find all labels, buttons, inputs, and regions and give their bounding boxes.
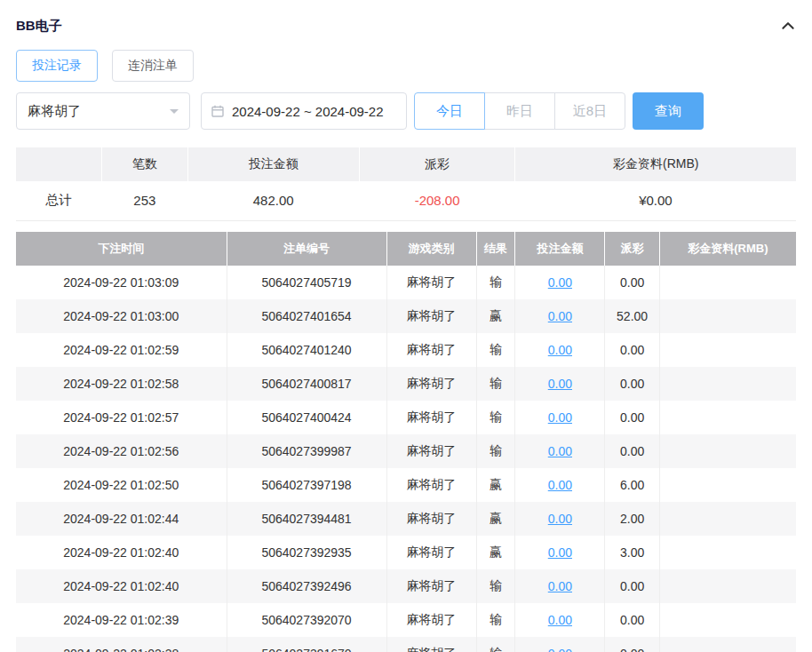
table-row: 2024-09-22 01:02:405064027392496麻将胡了输0.0… [16,569,796,603]
bet-amount-link[interactable]: 0.00 [548,444,572,458]
calendar-icon [211,104,225,118]
summary-payout: -208.00 [359,181,515,220]
search-button[interactable]: 查询 [633,92,704,130]
table-header-cell: 结果 [476,232,515,266]
table-header-cell: 彩金资料(RMB) [659,232,796,266]
game-type-value: 麻将胡了 [28,103,81,120]
tab-bet-records[interactable]: 投注记录 [16,50,98,82]
bonus-cell [659,502,796,536]
payout-cell: 0.00 [605,401,659,434]
chevron-up-icon[interactable] [780,18,796,34]
panel-header: BB电子 [16,12,796,39]
bet-amount-cell: 0.00 [515,434,605,468]
summary-table: 笔数投注金额派彩彩金资料(RMB) 总计 253 482.00 -208.00 … [16,147,796,221]
game-type-cell: 麻将胡了 [386,333,476,367]
bonus-cell [659,434,796,468]
summary-header-cell [16,147,102,181]
bet-amount-cell: 0.00 [515,637,605,652]
bet-amount-link[interactable]: 0.00 [548,309,572,323]
table-row: 2024-09-22 01:02:445064027394481麻将胡了赢0.0… [16,502,796,536]
table-row: 2024-09-22 01:02:585064027400817麻将胡了输0.0… [16,367,796,401]
bet-records-panel: BB电子 投注记录连消注单 麻将胡了 2024-09-22 ~ 2024-09-… [0,0,812,652]
quick-button-last-8-days[interactable]: 近8日 [554,92,625,130]
game-type-cell: 麻将胡了 [386,502,476,536]
bet-amount-cell: 0.00 [515,468,605,502]
bet-time-cell: 2024-09-22 01:03:00 [16,299,227,333]
order-id-cell: 5064027401240 [227,333,386,367]
order-id-cell: 5064027400424 [227,401,386,434]
bet-amount-link[interactable]: 0.00 [548,613,572,627]
payout-cell: 3.00 [605,536,659,569]
quick-button-yesterday[interactable]: 昨日 [484,92,555,130]
table-header-row: 下注时间注单编号游戏类别结果投注金额派彩彩金资料(RMB) [16,232,796,266]
bet-time-cell: 2024-09-22 01:02:44 [16,502,227,536]
bet-amount-cell: 0.00 [515,333,605,367]
summary-total-row: 总计 253 482.00 -208.00 ¥0.00 [16,181,796,220]
bet-amount-link[interactable]: 0.00 [548,343,572,357]
bet-time-cell: 2024-09-22 01:02:38 [16,637,227,652]
table-row: 2024-09-22 01:02:395064027392070麻将胡了输0.0… [16,603,796,637]
bonus-cell [659,569,796,603]
order-id-cell: 5064027397198 [227,468,386,502]
bet-time-cell: 2024-09-22 01:02:58 [16,367,227,401]
payout-cell: 52.00 [605,299,659,333]
date-range-input[interactable]: 2024-09-22 ~ 2024-09-22 [201,92,407,130]
summary-header-cell: 彩金资料(RMB) [515,147,796,181]
game-type-select[interactable]: 麻将胡了 [16,92,190,130]
order-id-cell: 5064027405719 [227,266,386,299]
game-type-cell: 麻将胡了 [386,266,476,299]
table-row: 2024-09-22 01:02:575064027400424麻将胡了输0.0… [16,401,796,434]
bet-amount-link[interactable]: 0.00 [548,275,572,290]
result-cell: 赢 [476,536,515,569]
table-row: 2024-09-22 01:03:095064027405719麻将胡了输0.0… [16,266,796,299]
table-header-cell: 游戏类别 [386,232,476,266]
summary-header-cell: 笔数 [102,147,188,181]
bet-amount-link[interactable]: 0.00 [548,512,572,526]
bet-time-cell: 2024-09-22 01:02:56 [16,434,227,468]
result-cell: 输 [476,401,515,434]
bet-time-cell: 2024-09-22 01:02:59 [16,333,227,367]
bet-amount-link[interactable]: 0.00 [548,579,572,593]
bonus-cell [659,637,796,652]
bonus-cell [659,468,796,502]
bet-amount-link[interactable]: 0.00 [548,410,572,425]
order-id-cell: 5064027392496 [227,569,386,603]
bet-amount-link[interactable]: 0.00 [548,377,572,391]
table-row: 2024-09-22 01:02:565064027399987麻将胡了输0.0… [16,434,796,468]
bet-amount-link[interactable]: 0.00 [548,478,572,492]
result-cell: 赢 [476,502,515,536]
table-header-cell: 投注金额 [515,232,605,266]
payout-cell: 0.00 [605,434,659,468]
payout-cell: 2.00 [605,502,659,536]
payout-cell: 6.00 [605,468,659,502]
bet-time-cell: 2024-09-22 01:02:40 [16,569,227,603]
order-id-cell: 5064027400817 [227,367,386,401]
bet-time-cell: 2024-09-22 01:02:39 [16,603,227,637]
bonus-cell [659,299,796,333]
tab-cancel-orders[interactable]: 连消注单 [112,50,194,82]
bet-amount-link[interactable]: 0.00 [548,647,572,652]
game-type-cell: 麻将胡了 [386,299,476,333]
bet-records-table: 下注时间注单编号游戏类别结果投注金额派彩彩金资料(RMB) 2024-09-22… [16,232,796,652]
summary-count: 253 [102,181,188,220]
result-cell: 输 [476,603,515,637]
payout-cell: 0.00 [605,367,659,401]
bet-amount-link[interactable]: 0.00 [548,545,572,560]
quick-button-today[interactable]: 今日 [414,92,485,130]
bet-amount-cell: 0.00 [515,299,605,333]
filter-bar: 麻将胡了 2024-09-22 ~ 2024-09-22 今日昨日近8日 查询 [16,92,796,130]
bet-amount-cell: 0.00 [515,569,605,603]
bet-amount-cell: 0.00 [515,266,605,299]
result-cell: 输 [476,266,515,299]
summary-total-label: 总计 [16,181,102,220]
order-id-cell: 5064027392070 [227,603,386,637]
game-type-cell: 麻将胡了 [386,603,476,637]
summary-header-row: 笔数投注金额派彩彩金资料(RMB) [16,147,796,181]
result-cell: 输 [476,637,515,652]
payout-cell: 0.00 [605,333,659,367]
bonus-cell [659,603,796,637]
payout-cell: 0.00 [605,603,659,637]
bonus-cell [659,266,796,299]
bet-time-cell: 2024-09-22 01:02:57 [16,401,227,434]
bet-amount-cell: 0.00 [515,367,605,401]
